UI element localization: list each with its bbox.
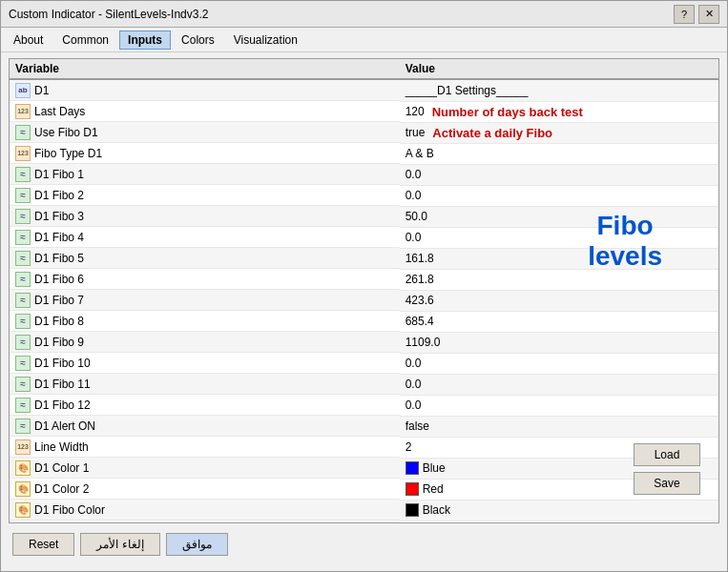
color-swatch [406,461,419,475]
table-row[interactable]: 123D1 Lines Width2 [10,521,718,523]
value-cell: 423.6 [400,290,718,311]
content-area: Variable Value abD1_____D1 Settings_____… [1,52,727,571]
variable-name: D1 Fibo Color [34,503,105,517]
cancel-button[interactable]: إلغاء الأمر [80,533,159,556]
menu-colors[interactable]: Colors [173,31,223,50]
menu-about[interactable]: About [5,31,52,50]
color-icon: 🎨 [15,460,31,476]
table-row[interactable]: abD1_____D1 Settings_____ [10,79,718,101]
variable-name: D1 Fibo 5 [34,252,84,265]
menu-common[interactable]: Common [53,31,117,50]
table-row[interactable]: ≈D1 Alert ONfalse [10,416,718,437]
value-cell: 0.0 [400,185,718,206]
main-window: Custom Indicator - SilentLevels-Indv3.2 … [0,0,728,572]
ok-button[interactable]: موافق [166,533,228,556]
value-text: true [406,126,426,139]
variable-name: Fibo Type D1 [34,147,102,160]
table-row[interactable]: 🎨D1 Fibo ColorBlack [10,500,718,521]
table-row[interactable]: ≈D1 Fibo 350.0 [10,206,718,227]
close-button[interactable]: ✕ [698,5,719,24]
variable-cell: ≈D1 Fibo 3 [10,206,400,227]
table-row[interactable]: ≈D1 Fibo 100.0 [10,353,718,374]
numeric-icon: 123 [15,523,31,524]
table-row[interactable]: 🎨D1 Color 1Blue [10,458,718,479]
variable-cell: ≈Use Fibo D1 [10,122,400,143]
value-cell: 0.0 [400,164,718,185]
table-row[interactable]: ≈D1 Fibo 8685.4 [10,311,718,332]
wave-icon: ≈ [15,272,31,287]
reset-button[interactable]: Reset [12,533,74,556]
value-text: 423.6 [406,294,434,307]
variable-cell: 123Last Days [10,101,400,122]
value-text: 0.0 [406,168,422,181]
table-row[interactable]: ≈D1 Fibo 5161.8 [10,248,718,269]
value-text: 0.0 [406,189,422,202]
variable-name: D1 Fibo 12 [34,398,91,412]
value-text: Red [423,482,444,496]
variable-name: Use Fibo D1 [34,126,98,139]
help-button[interactable]: ? [674,5,695,24]
color-swatch [406,503,419,517]
value-cell: 0.0 [400,395,718,416]
color-icon: 🎨 [15,502,31,518]
menu-inputs[interactable]: Inputs [119,31,171,50]
wave-icon: ≈ [15,398,31,413]
variable-cell: 123D1 Lines Width [10,521,400,523]
table-row[interactable]: 123Fibo Type D1A & B [10,143,718,164]
variables-table: Variable Value abD1_____D1 Settings_____… [10,59,718,523]
variable-name: D1 Fibo 1 [34,168,84,181]
value-text: 261.8 [406,273,434,286]
title-buttons: ? ✕ [674,5,719,24]
wave-icon: ≈ [15,377,31,392]
wave-icon: ≈ [15,293,31,308]
value-text: 685.4 [406,315,434,328]
table-row[interactable]: ≈D1 Fibo 40.0 [10,227,718,248]
table-row[interactable]: ≈Use Fibo D1trueActivate a daily Fibo [10,122,718,143]
variable-cell: ≈D1 Fibo 9 [10,332,400,353]
wave-icon: ≈ [15,419,31,434]
window-title: Custom Indicator - SilentLevels-Indv3.2 [9,8,208,21]
table-row[interactable]: ≈D1 Fibo 91109.0 [10,332,718,353]
variable-cell: 🎨D1 Color 2 [10,479,400,500]
value-text: 120 [406,105,425,118]
table-row[interactable]: ≈D1 Fibo 6261.8 [10,269,718,290]
table-row[interactable]: ≈D1 Fibo 110.0 [10,374,718,395]
load-button[interactable]: Load [634,443,700,466]
numeric-icon: 123 [15,439,31,455]
table-row[interactable]: ≈D1 Fibo 7423.6 [10,290,718,311]
wave-icon: ≈ [15,125,31,140]
value-cell: 120Number of days back test [400,101,718,122]
value-cell: Black [400,500,718,521]
value-cell: 161.8 [400,248,718,269]
table-row[interactable]: ≈D1 Fibo 120.0 [10,395,718,416]
variable-name: D1 Fibo 9 [34,336,84,349]
table-row[interactable]: 123Line Width2 [10,437,718,458]
save-button[interactable]: Save [634,472,700,495]
col-value: Value [400,59,718,79]
table-row[interactable]: 🎨D1 Color 2Red [10,479,718,500]
annotation-text: Number of days back test [432,105,583,119]
value-text: Blue [423,461,446,475]
variable-cell: ≈D1 Fibo 8 [10,311,400,332]
table-row[interactable]: ≈D1 Fibo 20.0 [10,185,718,206]
value-text: A & B [406,147,434,160]
wave-icon: ≈ [15,188,31,203]
color-icon: 🎨 [15,481,31,497]
table-row[interactable]: 123Last Days120Number of days back test [10,101,718,122]
variable-name: D1 Fibo 6 [34,273,84,286]
variable-name: D1 Fibo 7 [34,294,84,307]
value-text: _____D1 Settings_____ [406,84,529,97]
variable-cell: ≈D1 Fibo 12 [10,395,400,416]
wave-icon: ≈ [15,356,31,371]
bottom-left-buttons: Reset إلغاء الأمر موافق [12,533,228,556]
variable-name: D1 Color 1 [34,461,89,475]
menu-visualization[interactable]: Visualization [225,31,306,50]
table-row[interactable]: ≈D1 Fibo 10.0 [10,164,718,185]
value-text: 0.0 [406,357,422,370]
data-table-container[interactable]: Variable Value abD1_____D1 Settings_____… [9,58,719,523]
value-cell: 0.0 [400,353,718,374]
variable-name: D1 Alert ON [34,419,95,433]
variable-cell: 🎨D1 Color 1 [10,458,400,479]
variable-cell: 123Line Width [10,437,400,458]
value-cell: 1109.0 [400,332,718,353]
